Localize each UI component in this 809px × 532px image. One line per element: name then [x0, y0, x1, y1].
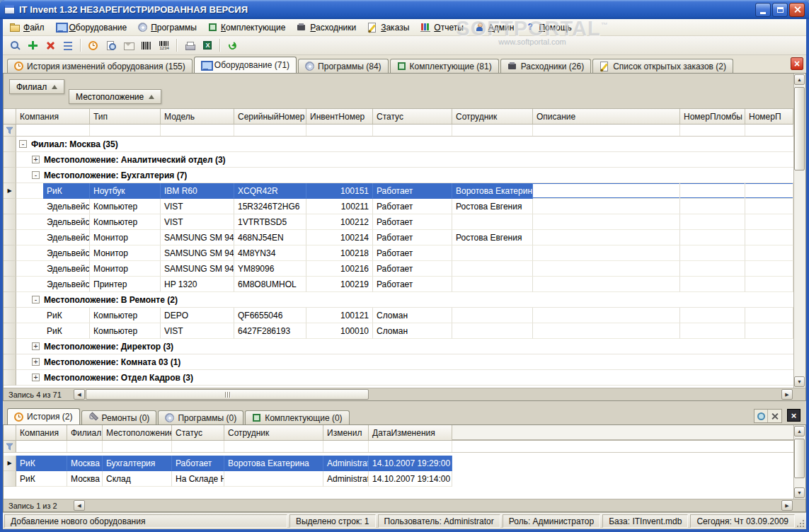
expand-toggle-icon[interactable]: + — [32, 342, 40, 350]
detail-vscroll-thumb[interactable] — [794, 439, 805, 478]
panel-options-button[interactable] — [755, 410, 768, 422]
cell[interactable]: QF6655046 — [234, 308, 306, 323]
cell[interactable]: Москва — [67, 456, 103, 471]
maximize-button[interactable] — [772, 3, 788, 17]
cell[interactable]: Эдельвейс — [43, 230, 90, 245]
search-button[interactable] — [6, 37, 23, 54]
cell[interactable]: VIST — [161, 214, 234, 230]
menu-reports[interactable]: Отчеты — [415, 19, 469, 35]
cell[interactable]: Эдельвейс — [43, 261, 90, 277]
cell[interactable]: Работает — [373, 277, 452, 292]
filter-cell[interactable] — [306, 125, 373, 136]
row-indicator[interactable] — [4, 214, 16, 230]
cell[interactable] — [533, 308, 680, 323]
cell[interactable]: Воротова Екатерина — [452, 183, 533, 199]
filter-cell[interactable] — [224, 441, 323, 452]
row-indicator[interactable] — [4, 199, 16, 214]
table-row[interactable]: РиККомпьютерDEPOQF6655046100121Сломан — [4, 308, 805, 323]
column-header[interactable]: Изменил — [323, 425, 369, 440]
column-header[interactable]: Филиал — [67, 425, 103, 440]
group-row[interactable]: +Местоположение: Директор (3) — [16, 339, 805, 354]
filter-cell[interactable] — [369, 441, 452, 452]
title-bar[interactable]: IT Invent 1.32 НЕЗАРЕГИСТРИРОВАННАЯ ВЕРС… — [0, 0, 809, 19]
minimize-button[interactable] — [755, 3, 771, 17]
mail-button[interactable] — [120, 37, 137, 54]
filter-cell[interactable] — [172, 441, 224, 452]
cell[interactable] — [533, 199, 680, 214]
cell[interactable]: 100216 — [306, 261, 373, 277]
cell[interactable]: YM89096 — [234, 261, 306, 277]
filter-cell[interactable] — [452, 125, 533, 136]
cell[interactable]: Ростова Евгения — [452, 230, 533, 245]
row-indicator[interactable] — [4, 370, 16, 386]
cell[interactable] — [452, 214, 533, 230]
splitter[interactable] — [3, 401, 806, 406]
expand-toggle-icon[interactable]: - — [32, 171, 40, 179]
detail-tab-programs[interactable]: Программы (0) — [158, 410, 243, 424]
cell[interactable]: 100214 — [306, 230, 373, 245]
table-row[interactable]: ЭдельвейсМониторSAMSUNG SM 940NYM8909610… — [4, 261, 805, 277]
row-indicator[interactable] — [4, 339, 16, 354]
filter-cell[interactable] — [103, 441, 172, 452]
column-header[interactable]: Описание — [533, 109, 680, 124]
add-button[interactable] — [24, 37, 40, 54]
scroll-left-button[interactable]: ◀ — [74, 389, 85, 400]
cell[interactable]: SAMSUNG SM 940N — [161, 261, 234, 277]
row-indicator[interactable] — [4, 168, 16, 183]
menu-programs[interactable]: Программы — [132, 19, 202, 35]
tab-consumables[interactable]: Расходники (26) — [500, 59, 592, 73]
filter-cell[interactable] — [533, 125, 680, 136]
filter-cell[interactable] — [67, 441, 103, 452]
cell[interactable] — [745, 277, 793, 292]
cell[interactable] — [680, 323, 745, 339]
row-indicator[interactable] — [4, 323, 16, 339]
column-header[interactable]: Статус — [373, 109, 452, 124]
cell[interactable]: Монитор — [90, 245, 161, 261]
filter-cell[interactable] — [16, 441, 67, 452]
table-row[interactable]: -Местоположение: В Ремонте (2) — [4, 292, 805, 308]
menu-consumables[interactable]: Расходники — [291, 19, 362, 35]
cell[interactable]: Administrator — [323, 471, 369, 487]
column-header[interactable]: ИнвентНомер — [306, 109, 373, 124]
table-row[interactable]: ▶РиКМоскваБухгалтерияРаботаетВоротова Ек… — [4, 456, 805, 471]
detail-scroll-left-button[interactable]: ◀ — [74, 500, 85, 511]
column-header[interactable]: Статус — [172, 425, 224, 440]
cell[interactable] — [745, 261, 793, 277]
cell[interactable]: Ноутбук — [90, 183, 161, 199]
cell[interactable]: 100212 — [306, 214, 373, 230]
cell[interactable] — [224, 471, 323, 487]
cell[interactable]: Работает — [373, 214, 452, 230]
column-header[interactable]: Модель — [161, 109, 234, 124]
filter-cell[interactable] — [161, 125, 234, 136]
group-row[interactable]: +Местоположение: Комната 03 (1) — [16, 354, 805, 370]
table-row[interactable]: +Местоположение: Комната 03 (1) — [4, 354, 805, 370]
cell[interactable]: На Складе Новый — [172, 471, 224, 487]
cell[interactable]: Бухгалтерия — [103, 456, 172, 471]
filter-cell[interactable] — [745, 125, 793, 136]
cell[interactable]: Эдельвейс — [43, 245, 90, 261]
cell[interactable]: РиК — [43, 323, 90, 339]
cell[interactable] — [745, 308, 793, 323]
cell[interactable]: 4M8YN34 — [234, 245, 306, 261]
panel-hide-button[interactable] — [768, 410, 781, 422]
column-header[interactable]: Сотрудник — [452, 109, 533, 124]
hscroll-thumb[interactable] — [86, 389, 369, 400]
cell[interactable]: 100151 — [306, 183, 373, 199]
table-row[interactable]: ЭдельвейсМониторSAMSUNG SM 940N4M8YN3410… — [4, 245, 805, 261]
table-row[interactable]: +Местоположение: Отдел Кадров (3) — [4, 370, 805, 386]
cell[interactable] — [680, 277, 745, 292]
row-indicator[interactable] — [4, 230, 16, 245]
barcode-numbers-button[interactable] — [156, 37, 172, 54]
table-row[interactable]: РиКМоскваСкладНа Складе НовыйAdministrat… — [4, 471, 805, 487]
cell[interactable] — [745, 214, 793, 230]
cell[interactable]: Компьютер — [90, 323, 161, 339]
cell[interactable]: Воротова Екатерина — [224, 456, 323, 471]
cell[interactable] — [680, 308, 745, 323]
cell[interactable]: Работает — [172, 456, 224, 471]
cell[interactable]: 468NJ54EN — [234, 230, 306, 245]
cell[interactable]: Склад — [103, 471, 172, 487]
column-header[interactable]: ДатаИзменения — [369, 425, 452, 440]
tab-equipment[interactable]: Оборудование (71) — [194, 57, 297, 73]
row-indicator[interactable] — [4, 471, 16, 487]
cell[interactable]: 1VTRTBSD5 — [234, 214, 306, 230]
